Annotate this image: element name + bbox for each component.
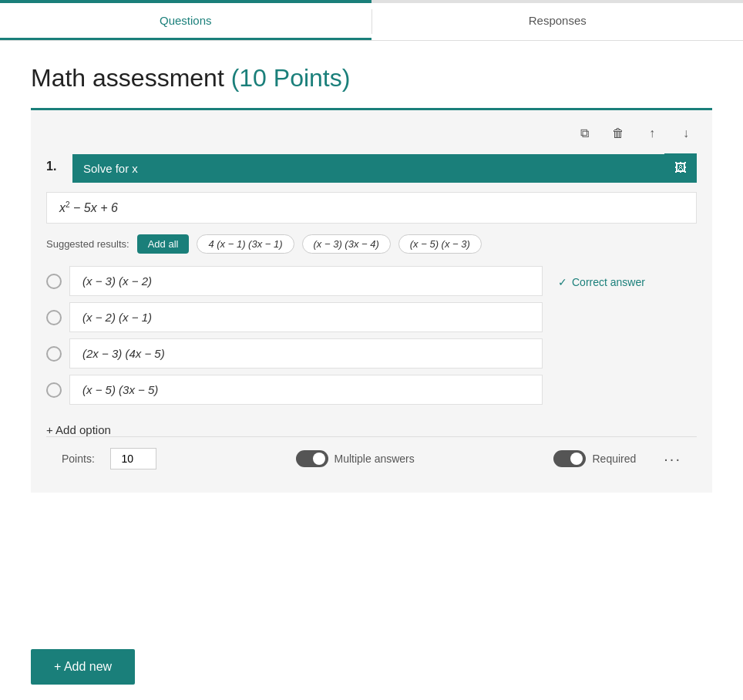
image-insert-button[interactable]: 🖼 bbox=[664, 153, 697, 183]
options-list: (x − 3) (x − 2) (x − 2) (x − 1) (2x − 3)… bbox=[46, 266, 543, 414]
multiple-answers-toggle[interactable] bbox=[296, 450, 328, 467]
footer-bar: Points: Multiple answers Required ··· bbox=[46, 436, 697, 480]
correct-answer-row-3 bbox=[558, 343, 697, 375]
question-section: ⧉ 🗑 ↑ ↓ 1. 🖼 x2 − 5x + 6 bbox=[31, 108, 712, 493]
correct-answer-badge[interactable]: ✓ Correct answer bbox=[558, 276, 645, 288]
quiz-title-text: Math assessment bbox=[31, 64, 224, 92]
more-options-button[interactable]: ··· bbox=[664, 450, 681, 468]
math-expression: x2 − 5x + 6 bbox=[46, 192, 697, 224]
correct-answer-col: ✓ Correct answer bbox=[558, 266, 697, 414]
delete-icon[interactable]: 🗑 bbox=[607, 123, 629, 144]
copy-icon[interactable]: ⧉ bbox=[573, 123, 595, 144]
correct-answer-row-4 bbox=[558, 382, 697, 414]
move-down-icon[interactable]: ↓ bbox=[675, 123, 697, 144]
add-new-section: + Add new bbox=[0, 634, 743, 700]
question-input-wrapper: 🖼 bbox=[72, 153, 697, 183]
add-all-button[interactable]: Add all bbox=[137, 234, 190, 254]
required-label: Required bbox=[592, 453, 636, 465]
points-label: Points: bbox=[62, 453, 95, 465]
question-number: 1. bbox=[46, 160, 65, 173]
image-icon: 🖼 bbox=[674, 161, 687, 175]
add-new-button[interactable]: + Add new bbox=[31, 649, 135, 685]
option-text-3[interactable]: (2x − 3) (4x − 5) bbox=[69, 338, 543, 369]
radio-option-3[interactable] bbox=[46, 346, 62, 362]
suggestion-chip-1[interactable]: 4 (x − 1) (3x − 1) bbox=[197, 234, 294, 254]
required-toggle[interactable] bbox=[553, 450, 586, 467]
table-row: (2x − 3) (4x − 5) bbox=[46, 338, 543, 369]
toggle-group-multiple: Multiple answers bbox=[296, 450, 415, 467]
move-up-icon[interactable]: ↑ bbox=[641, 123, 663, 144]
correct-answer-row-1: ✓ Correct answer bbox=[558, 266, 697, 298]
points-input[interactable] bbox=[110, 448, 156, 469]
multiple-answers-label: Multiple answers bbox=[335, 453, 415, 465]
quiz-title: Math assessment (10 Points) bbox=[31, 64, 712, 93]
option-text-4[interactable]: (x − 5) (3x − 5) bbox=[69, 375, 543, 405]
main-content: Math assessment (10 Points) ⧉ 🗑 ↑ ↓ 1. 🖼 bbox=[0, 41, 743, 634]
suggested-label: Suggested results: bbox=[46, 238, 129, 250]
question-row: 1. 🖼 bbox=[46, 153, 697, 183]
quiz-points: (10 Points) bbox=[231, 64, 351, 92]
table-row: (x − 3) (x − 2) bbox=[46, 266, 543, 296]
correct-answer-label: Correct answer bbox=[572, 276, 645, 288]
suggestion-chip-3[interactable]: (x − 5) (x − 3) bbox=[398, 234, 482, 254]
option-text-2[interactable]: (x − 2) (x − 1) bbox=[69, 302, 543, 332]
tab-responses[interactable]: Responses bbox=[372, 3, 744, 40]
add-option-row[interactable]: + Add option bbox=[46, 423, 697, 436]
table-row: (x − 5) (3x − 5) bbox=[46, 375, 543, 405]
check-icon: ✓ bbox=[558, 276, 567, 288]
table-row: (x − 2) (x − 1) bbox=[46, 302, 543, 332]
toggle-group-required: Required bbox=[553, 450, 636, 467]
correct-answer-row-2 bbox=[558, 305, 697, 337]
add-option-label: + Add option bbox=[46, 423, 111, 436]
suggested-row: Suggested results: Add all 4 (x − 1) (3x… bbox=[46, 234, 697, 254]
radio-option-4[interactable] bbox=[46, 382, 62, 398]
tab-bar: Questions Responses bbox=[0, 3, 743, 41]
question-input[interactable] bbox=[72, 154, 664, 183]
radio-option-2[interactable] bbox=[46, 310, 62, 325]
radio-option-1[interactable] bbox=[46, 274, 62, 289]
option-text-1[interactable]: (x − 3) (x − 2) bbox=[69, 266, 543, 296]
tab-questions[interactable]: Questions bbox=[0, 3, 372, 40]
question-toolbar: ⧉ 🗑 ↑ ↓ bbox=[46, 123, 697, 144]
app-container: Questions Responses Math assessment (10 … bbox=[0, 0, 743, 700]
suggestion-chip-2[interactable]: (x − 3) (3x − 4) bbox=[302, 234, 391, 254]
answers-area: (x − 3) (x − 2) (x − 2) (x − 1) (2x − 3)… bbox=[46, 266, 697, 414]
